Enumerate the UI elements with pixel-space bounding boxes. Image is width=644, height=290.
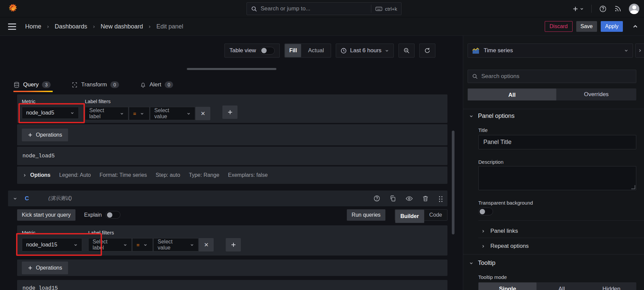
global-search-box[interactable]: ctrl+k bbox=[247, 2, 401, 15]
collapse-chevron-icon[interactable] bbox=[13, 196, 17, 201]
add-filter-button[interactable] bbox=[226, 238, 241, 251]
pane-resize-handle[interactable] bbox=[187, 68, 276, 70]
menu-toggle-button[interactable] bbox=[8, 23, 16, 30]
select-label-dropdown[interactable]: Select label bbox=[85, 107, 128, 120]
tooltip-section-header[interactable]: Tooltip bbox=[469, 260, 495, 267]
add-filter-button[interactable] bbox=[222, 105, 237, 119]
kick-start-button[interactable]: Kick start your query bbox=[17, 209, 75, 221]
remove-filter-button[interactable]: ✕ bbox=[196, 107, 210, 120]
tab-alert-label: Alert bbox=[150, 81, 161, 88]
duplicate-query-button[interactable] bbox=[389, 195, 396, 202]
refresh-button[interactable] bbox=[419, 44, 435, 58]
zoom-out-button[interactable] bbox=[398, 44, 415, 58]
apply-button[interactable]: Apply bbox=[601, 21, 623, 32]
plus-icon bbox=[573, 6, 578, 12]
builder-code-switcher: Builder Code bbox=[395, 209, 447, 221]
select-value-placeholder: Select value bbox=[158, 239, 186, 251]
metric-label: Metric bbox=[22, 230, 82, 235]
tab-all[interactable]: All bbox=[468, 88, 556, 100]
delete-query-button[interactable] bbox=[422, 195, 429, 202]
user-avatar[interactable] bbox=[629, 4, 639, 14]
tooltip-mode-label: Tooltip mode bbox=[478, 274, 507, 280]
query-a-options-row: Options Legend: Auto Format: Time series… bbox=[17, 166, 447, 184]
chevron-down-icon bbox=[190, 243, 194, 247]
tab-overrides[interactable]: Overrides bbox=[556, 88, 637, 100]
panel-links-label: Panel links bbox=[490, 228, 518, 234]
plus-icon bbox=[28, 133, 33, 137]
panel-options-section-header[interactable]: Panel options bbox=[469, 113, 515, 120]
new-button[interactable] bbox=[573, 6, 584, 12]
tab-transform[interactable]: Transform 0 bbox=[71, 81, 119, 92]
query-c-refid[interactable]: C bbox=[25, 195, 29, 202]
title-label: Title bbox=[478, 127, 488, 133]
operations-button[interactable]: Operations bbox=[22, 129, 68, 141]
metric-select-a[interactable]: node_load5 bbox=[22, 107, 79, 119]
query-help-button[interactable] bbox=[373, 195, 380, 202]
tooltip-mode-hidden[interactable]: Hidden bbox=[587, 282, 636, 290]
search-icon bbox=[251, 6, 257, 12]
description-field bbox=[478, 166, 636, 190]
breadcrumb-new-dashboard[interactable]: New dashboard bbox=[101, 23, 143, 30]
chevron-down-icon bbox=[385, 49, 389, 53]
search-input[interactable] bbox=[261, 5, 368, 12]
drag-handle-icon[interactable] bbox=[438, 195, 443, 202]
tab-query[interactable]: Query 3 bbox=[13, 81, 51, 92]
run-queries-button[interactable]: Run queries bbox=[347, 209, 385, 221]
divider bbox=[463, 109, 644, 109]
query-a-expression: node_load5 bbox=[22, 153, 55, 159]
table-view-toggle[interactable] bbox=[260, 47, 275, 55]
breadcrumb-home[interactable]: Home bbox=[25, 23, 41, 30]
options-search-box[interactable] bbox=[468, 70, 636, 83]
description-textarea[interactable] bbox=[478, 166, 636, 190]
visualization-suggestions-button[interactable] bbox=[635, 44, 644, 58]
tooltip-mode-single[interactable]: Single bbox=[478, 282, 537, 290]
tooltip-mode-all[interactable]: All bbox=[537, 282, 586, 290]
operations-label: Operations bbox=[36, 132, 62, 138]
options-search-input[interactable] bbox=[481, 73, 632, 80]
operations-button[interactable]: Operations bbox=[22, 262, 68, 274]
news-button[interactable] bbox=[614, 5, 622, 12]
panel-links-section[interactable]: Panel links bbox=[481, 224, 639, 238]
toggle-visibility-button[interactable] bbox=[406, 195, 413, 202]
save-button[interactable]: Save bbox=[576, 21, 597, 32]
options-legend: Legend: Auto bbox=[59, 172, 91, 178]
help-button[interactable] bbox=[599, 5, 607, 13]
discard-button[interactable]: Discard bbox=[545, 21, 572, 32]
refresh-icon bbox=[424, 47, 431, 54]
chevron-down-icon bbox=[140, 112, 144, 116]
select-value-dropdown[interactable]: Select value bbox=[153, 238, 199, 251]
code-option[interactable]: Code bbox=[424, 210, 447, 220]
top-nav-right bbox=[573, 0, 639, 17]
repeat-options-section[interactable]: Repeat options bbox=[481, 239, 639, 253]
options-expand-toggle[interactable]: Options bbox=[22, 172, 50, 178]
select-label-dropdown[interactable]: Select label bbox=[88, 238, 132, 251]
explain-toggle[interactable] bbox=[106, 211, 120, 219]
chevron-down-icon bbox=[143, 243, 148, 247]
grafana-logo-icon[interactable] bbox=[7, 3, 19, 14]
collapse-header-button[interactable] bbox=[632, 23, 639, 30]
editor-scrollbar-thumb[interactable] bbox=[452, 131, 454, 234]
options-format: Format: Time series bbox=[100, 172, 147, 178]
operator-dropdown[interactable]: = bbox=[132, 238, 153, 251]
help-icon bbox=[373, 195, 380, 202]
time-range-picker[interactable]: Last 6 hours bbox=[336, 44, 394, 58]
operator-dropdown[interactable]: = bbox=[129, 107, 150, 120]
builder-option[interactable]: Builder bbox=[395, 210, 424, 223]
actual-option[interactable]: Actual bbox=[301, 44, 330, 57]
plus-icon bbox=[28, 266, 33, 270]
visualization-picker[interactable]: Time series bbox=[468, 44, 633, 58]
rss-icon bbox=[614, 5, 622, 12]
remove-filter-button[interactable]: ✕ bbox=[199, 238, 214, 251]
transparent-background-toggle[interactable] bbox=[478, 208, 493, 215]
panel-title-input[interactable] bbox=[478, 135, 636, 149]
select-value-dropdown[interactable]: Select value bbox=[150, 107, 195, 120]
description-label: Description bbox=[478, 159, 503, 165]
time-series-chart-icon bbox=[472, 47, 480, 55]
metric-field: Metric node_load15 bbox=[22, 230, 82, 251]
panel-options-title: Panel options bbox=[478, 113, 515, 120]
fill-option[interactable]: Fill bbox=[285, 44, 301, 57]
breadcrumb-dashboards[interactable]: Dashboards bbox=[55, 23, 87, 30]
tab-alert[interactable]: Alert 0 bbox=[140, 81, 173, 92]
metric-select-c[interactable]: node_load15 bbox=[22, 238, 82, 251]
options-filter-tabs: All Overrides bbox=[468, 88, 636, 100]
